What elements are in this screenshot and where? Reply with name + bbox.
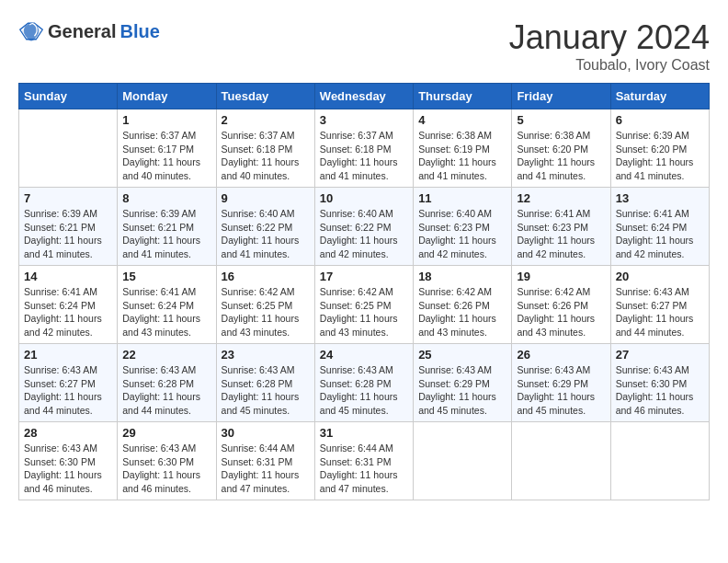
calendar-cell: 13Sunrise: 6:41 AMSunset: 6:24 PMDayligh… bbox=[610, 188, 709, 266]
calendar-cell: 2Sunrise: 6:37 AMSunset: 6:18 PMDaylight… bbox=[216, 109, 314, 188]
day-number: 23 bbox=[222, 348, 310, 362]
calendar-cell: 22Sunrise: 6:43 AMSunset: 6:28 PMDayligh… bbox=[118, 344, 216, 422]
cell-content: Sunrise: 6:42 AMSunset: 6:25 PMDaylight:… bbox=[320, 285, 408, 339]
cell-content: Sunrise: 6:41 AMSunset: 6:24 PMDaylight:… bbox=[122, 285, 210, 339]
calendar-cell: 25Sunrise: 6:43 AMSunset: 6:29 PMDayligh… bbox=[414, 344, 512, 422]
day-number: 3 bbox=[320, 113, 408, 127]
logo-general: General bbox=[48, 21, 116, 42]
day-number: 1 bbox=[122, 113, 210, 127]
calendar-cell: 19Sunrise: 6:42 AMSunset: 6:26 PMDayligh… bbox=[512, 266, 610, 344]
cell-content: Sunrise: 6:40 AMSunset: 6:22 PMDaylight:… bbox=[320, 207, 408, 261]
day-number: 5 bbox=[517, 113, 605, 127]
weekday-header-monday: Monday bbox=[118, 84, 216, 109]
page-header: GeneralBlue January 2024 Toubalo, Ivory … bbox=[18, 18, 710, 74]
cell-content: Sunrise: 6:43 AMSunset: 6:29 PMDaylight:… bbox=[517, 363, 605, 418]
cell-content: Sunrise: 6:39 AMSunset: 6:21 PMDaylight:… bbox=[122, 207, 210, 261]
weekday-header-thursday: Thursday bbox=[414, 84, 512, 109]
calendar-table: SundayMondayTuesdayWednesdayThursdayFrid… bbox=[18, 83, 710, 500]
cell-content: Sunrise: 6:40 AMSunset: 6:22 PMDaylight:… bbox=[222, 207, 310, 261]
day-number: 10 bbox=[320, 191, 408, 205]
logo-blue: Blue bbox=[119, 21, 159, 42]
calendar-cell: 26Sunrise: 6:43 AMSunset: 6:29 PMDayligh… bbox=[512, 344, 610, 422]
calendar-cell: 24Sunrise: 6:43 AMSunset: 6:28 PMDayligh… bbox=[314, 344, 413, 422]
calendar-cell bbox=[610, 422, 709, 500]
logo-icon bbox=[18, 18, 44, 44]
cell-content: Sunrise: 6:43 AMSunset: 6:29 PMDaylight:… bbox=[418, 363, 506, 418]
cell-content: Sunrise: 6:37 AMSunset: 6:18 PMDaylight:… bbox=[222, 129, 310, 183]
title-block: January 2024 Toubalo, Ivory Coast bbox=[509, 18, 710, 74]
cell-content: Sunrise: 6:42 AMSunset: 6:26 PMDaylight:… bbox=[418, 285, 506, 339]
cell-content: Sunrise: 6:41 AMSunset: 6:24 PMDaylight:… bbox=[24, 285, 112, 339]
day-number: 8 bbox=[122, 191, 210, 205]
cell-content: Sunrise: 6:44 AMSunset: 6:31 PMDaylight:… bbox=[320, 442, 408, 496]
day-number: 30 bbox=[222, 426, 310, 440]
calendar-cell: 27Sunrise: 6:43 AMSunset: 6:30 PMDayligh… bbox=[610, 344, 709, 422]
cell-content: Sunrise: 6:41 AMSunset: 6:23 PMDaylight:… bbox=[517, 207, 605, 261]
weekday-header-tuesday: Tuesday bbox=[216, 84, 314, 109]
cell-content: Sunrise: 6:43 AMSunset: 6:30 PMDaylight:… bbox=[24, 442, 112, 496]
calendar-week-row: 21Sunrise: 6:43 AMSunset: 6:27 PMDayligh… bbox=[19, 344, 710, 422]
day-number: 21 bbox=[24, 348, 112, 362]
day-number: 25 bbox=[418, 348, 506, 362]
day-number: 7 bbox=[24, 191, 112, 205]
cell-content: Sunrise: 6:37 AMSunset: 6:17 PMDaylight:… bbox=[122, 129, 210, 183]
weekday-header-friday: Friday bbox=[512, 84, 610, 109]
day-number: 4 bbox=[418, 113, 506, 127]
weekday-header-wednesday: Wednesday bbox=[314, 84, 413, 109]
calendar-cell: 7Sunrise: 6:39 AMSunset: 6:21 PMDaylight… bbox=[19, 188, 118, 266]
calendar-cell: 20Sunrise: 6:43 AMSunset: 6:27 PMDayligh… bbox=[610, 266, 709, 344]
cell-content: Sunrise: 6:43 AMSunset: 6:30 PMDaylight:… bbox=[616, 363, 704, 418]
calendar-cell: 21Sunrise: 6:43 AMSunset: 6:27 PMDayligh… bbox=[19, 344, 118, 422]
cell-content: Sunrise: 6:39 AMSunset: 6:20 PMDaylight:… bbox=[616, 129, 704, 183]
cell-content: Sunrise: 6:42 AMSunset: 6:26 PMDaylight:… bbox=[517, 285, 605, 339]
day-number: 2 bbox=[222, 113, 310, 127]
calendar-cell: 14Sunrise: 6:41 AMSunset: 6:24 PMDayligh… bbox=[19, 266, 118, 344]
calendar-cell: 6Sunrise: 6:39 AMSunset: 6:20 PMDaylight… bbox=[610, 109, 709, 188]
calendar-cell: 29Sunrise: 6:43 AMSunset: 6:30 PMDayligh… bbox=[118, 422, 216, 500]
calendar-week-row: 28Sunrise: 6:43 AMSunset: 6:30 PMDayligh… bbox=[19, 422, 710, 500]
cell-content: Sunrise: 6:44 AMSunset: 6:31 PMDaylight:… bbox=[222, 442, 310, 496]
cell-content: Sunrise: 6:41 AMSunset: 6:24 PMDaylight:… bbox=[616, 207, 704, 261]
day-number: 13 bbox=[616, 191, 704, 205]
calendar-cell: 31Sunrise: 6:44 AMSunset: 6:31 PMDayligh… bbox=[314, 422, 413, 500]
calendar-week-row: 1Sunrise: 6:37 AMSunset: 6:17 PMDaylight… bbox=[19, 109, 710, 188]
calendar-cell: 3Sunrise: 6:37 AMSunset: 6:18 PMDaylight… bbox=[314, 109, 413, 188]
day-number: 22 bbox=[122, 348, 210, 362]
cell-content: Sunrise: 6:43 AMSunset: 6:27 PMDaylight:… bbox=[24, 363, 112, 418]
weekday-header-saturday: Saturday bbox=[610, 84, 709, 109]
calendar-cell: 5Sunrise: 6:38 AMSunset: 6:20 PMDaylight… bbox=[512, 109, 610, 188]
cell-content: Sunrise: 6:42 AMSunset: 6:25 PMDaylight:… bbox=[222, 285, 310, 339]
calendar-cell: 16Sunrise: 6:42 AMSunset: 6:25 PMDayligh… bbox=[216, 266, 314, 344]
calendar-cell bbox=[19, 109, 118, 188]
day-number: 11 bbox=[418, 191, 506, 205]
day-number: 9 bbox=[222, 191, 310, 205]
cell-content: Sunrise: 6:40 AMSunset: 6:23 PMDaylight:… bbox=[418, 207, 506, 261]
day-number: 14 bbox=[24, 270, 112, 283]
cell-content: Sunrise: 6:43 AMSunset: 6:28 PMDaylight:… bbox=[222, 363, 310, 418]
day-number: 27 bbox=[616, 348, 704, 362]
weekday-header-row: SundayMondayTuesdayWednesdayThursdayFrid… bbox=[19, 84, 710, 109]
calendar-cell: 12Sunrise: 6:41 AMSunset: 6:23 PMDayligh… bbox=[512, 188, 610, 266]
logo-text: GeneralBlue bbox=[18, 18, 160, 44]
day-number: 15 bbox=[122, 270, 210, 283]
cell-content: Sunrise: 6:39 AMSunset: 6:21 PMDaylight:… bbox=[24, 207, 112, 261]
calendar-cell: 8Sunrise: 6:39 AMSunset: 6:21 PMDaylight… bbox=[118, 188, 216, 266]
calendar-cell: 18Sunrise: 6:42 AMSunset: 6:26 PMDayligh… bbox=[414, 266, 512, 344]
calendar-cell: 10Sunrise: 6:40 AMSunset: 6:22 PMDayligh… bbox=[314, 188, 413, 266]
calendar-week-row: 14Sunrise: 6:41 AMSunset: 6:24 PMDayligh… bbox=[19, 266, 710, 344]
calendar-cell: 9Sunrise: 6:40 AMSunset: 6:22 PMDaylight… bbox=[216, 188, 314, 266]
calendar-week-row: 7Sunrise: 6:39 AMSunset: 6:21 PMDaylight… bbox=[19, 188, 710, 266]
day-number: 31 bbox=[320, 426, 408, 440]
day-number: 12 bbox=[517, 191, 605, 205]
day-number: 24 bbox=[320, 348, 408, 362]
day-number: 16 bbox=[222, 270, 310, 283]
day-number: 19 bbox=[517, 270, 605, 283]
cell-content: Sunrise: 6:43 AMSunset: 6:30 PMDaylight:… bbox=[122, 442, 210, 496]
month-title: January 2024 bbox=[509, 18, 710, 57]
day-number: 29 bbox=[122, 426, 210, 440]
day-number: 6 bbox=[616, 113, 704, 127]
weekday-header-sunday: Sunday bbox=[19, 84, 118, 109]
cell-content: Sunrise: 6:37 AMSunset: 6:18 PMDaylight:… bbox=[320, 129, 408, 183]
logo: GeneralBlue bbox=[18, 18, 160, 44]
calendar-cell: 1Sunrise: 6:37 AMSunset: 6:17 PMDaylight… bbox=[118, 109, 216, 188]
